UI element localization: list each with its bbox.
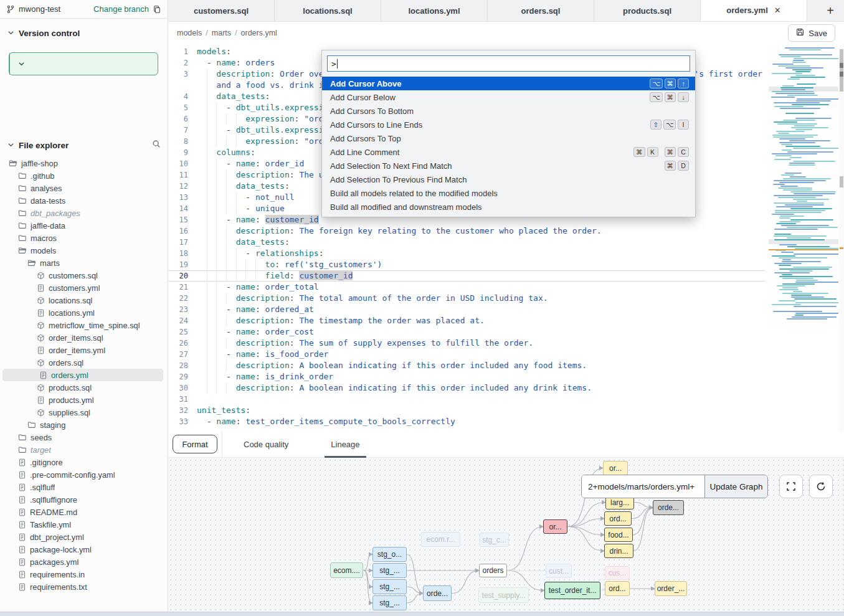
code-line-25[interactable]: 25 - name: order_cost [168,326,765,338]
change-branch-link[interactable]: Change branch [93,4,149,14]
code-line-28[interactable]: 28 description: A boolean indicating if … [168,360,765,371]
tree-item-locations.yml[interactable]: locations.yml [0,306,168,319]
palette-item[interactable]: Add Cursors To Top [322,131,695,145]
tab-products.sql[interactable]: products.sql [594,0,701,21]
command-palette-input[interactable]: > [327,55,690,72]
refresh-button[interactable] [809,475,833,498]
tree-item-customers.sql[interactable]: customers.sql [0,269,168,282]
lineage-graph[interactable]: or...larg...orde...ord...food...drin...o… [168,458,844,612]
file-explorer-header[interactable]: File explorer [0,136,168,154]
palette-item[interactable]: Add Selection To Next Find Match⌘D [322,159,695,173]
breadcrumb-item[interactable]: marts [212,29,231,37]
lineage-node-ecom[interactable]: ecom.... [330,562,363,578]
tree-item-products.sql[interactable]: products.sql [0,381,168,394]
bottom-tab-code-quality[interactable]: Code quality [237,431,295,458]
tree-item-supplies.sql[interactable]: supplies.sql [0,406,168,419]
tree-item-models[interactable]: models [0,244,168,257]
code-line-18[interactable]: 18 - relationships: [168,248,765,259]
tree-item-seeds[interactable]: seeds [0,431,168,443]
lineage-node-stg4[interactable]: stg_... [372,595,407,610]
tree-item-orders.yml[interactable]: orders.yml [2,369,163,381]
tree-item-.pre-commit-config.yaml[interactable]: .pre-commit-config.yaml [0,468,168,481]
code-line-33[interactable]: 33 - name: test_order_items_compute_to_b… [168,416,765,427]
palette-item[interactable]: Add Cursors to Line Ends⇧⌥I [322,118,695,131]
tree-item-packages.yml[interactable]: packages.yml [0,556,168,568]
palette-item[interactable]: Add Selection To Previous Find Match [322,173,695,186]
tree-item-package-lock.yml[interactable]: package-lock.yml [0,543,168,556]
lineage-node-ord1[interactable]: ord... [604,511,632,526]
tree-item-README.md[interactable]: README.md [0,506,168,518]
tree-item-locations.sql[interactable]: locations.sql [0,294,168,306]
tree-item-order_items.sql[interactable]: order_items.sql [0,331,168,344]
code-line-22[interactable]: 22 description: The total amount of the … [168,293,765,304]
lineage-node-order_[interactable]: order_... [655,581,687,596]
lineage-node-stg3[interactable]: stg_... [372,579,407,594]
code-line-30[interactable]: 30 description: A boolean indicating if … [168,382,765,394]
code-line-31[interactable]: 31 [168,394,765,405]
tree-item-metricflow_time_spine.sql[interactable]: metricflow_time_spine.sql [0,319,168,331]
lineage-node-food[interactable]: food... [604,528,633,542]
lineage-node-ordegrey[interactable]: orde... [653,500,684,515]
tree-item-data-tests[interactable]: data-tests [0,194,168,207]
code-line-19[interactable]: 19 to: ref('stg_customers') [168,259,765,270]
lineage-node-stg_o[interactable]: stg_o... [372,547,407,562]
code-line-20[interactable]: 20 field: customer_id [168,270,765,282]
tree-item-target[interactable]: target [0,443,168,456]
search-icon[interactable] [152,140,161,151]
palette-item[interactable]: Add Cursor Above⌥⌘↑ [322,77,695,90]
close-tab-icon[interactable]: ✕ [774,6,781,15]
breadcrumb-item[interactable]: orders.yml [241,29,277,37]
tab-customers.sql[interactable]: customers.sql [168,0,275,21]
lineage-node-stg2[interactable]: stg_... [372,563,407,578]
minimap[interactable] [769,46,838,328]
lineage-selector-input[interactable] [582,475,704,498]
palette-item[interactable]: Add Line Comment⌘K⌘C [322,145,695,159]
code-line-32[interactable]: 32unit_tests: [168,405,765,416]
code-line-27[interactable]: 27 - name: is_food_order [168,349,765,360]
code-line-17[interactable]: 17 data_tests: [168,237,765,248]
lineage-node-drin[interactable]: drin... [604,544,633,558]
bottom-tab-lineage[interactable]: Lineage [325,431,366,458]
code-line-21[interactable]: 21 - name: order_total [168,282,765,293]
tree-item-analyses[interactable]: analyses [0,182,168,194]
tree-item-orders.sql[interactable]: orders.sql [0,356,168,369]
lineage-node-ecomr_f[interactable]: ecom.r... [421,532,460,547]
lineage-node-testorder[interactable]: test_order_it... [544,582,600,599]
tree-item-requirements.txt[interactable]: requirements.txt [0,580,168,593]
lineage-node-cust_f[interactable]: cust... [546,564,572,578]
create-pr-dropdown[interactable] [9,53,33,75]
lineage-node-ord2[interactable]: ord... [605,581,630,596]
tree-item-.gitignore[interactable]: .gitignore [0,456,168,468]
tree-item-customers.yml[interactable]: customers.yml [0,282,168,294]
tree-item-products.yml[interactable]: products.yml [0,394,168,406]
code-line-16[interactable]: 16 description: The foreign key relating… [168,225,765,237]
update-graph-button[interactable]: Update Graph [704,475,767,498]
tree-item-jaffle-data[interactable]: jaffle-data [0,219,168,232]
tree-item-Taskfile.yml[interactable]: Taskfile.yml [0,518,168,531]
copy-branch-icon[interactable] [153,5,161,14]
code-line-29[interactable]: 29 - name: is_drink_order [168,371,765,382]
tab-orders.sql[interactable]: orders.sql [488,0,594,21]
tab-orders.yml[interactable]: orders.yml✕ [701,0,807,21]
format-button[interactable]: Format [173,435,217,453]
tree-item-requirements.in[interactable]: requirements.in [0,568,168,580]
tree-item-jaffle-shop[interactable]: jaffle-shop [0,157,168,169]
code-line-24[interactable]: 24 description: The timestamp the order … [168,315,765,326]
palette-item[interactable]: Add Cursors To Bottom [322,104,695,118]
create-pr-button[interactable]: Create a pull request on Git... [9,52,158,75]
fullscreen-button[interactable] [779,475,803,498]
lineage-node-ordeblue[interactable]: orde... [423,585,452,601]
lineage-node-orders[interactable]: orders [479,564,507,577]
tree-item-order_items.yml[interactable]: order_items.yml [0,344,168,356]
lineage-node-cus_f[interactable]: cus... [605,566,630,580]
tree-item-macros[interactable]: macros [0,232,168,244]
palette-item[interactable]: Build all modified and downstream models [322,200,695,214]
tree-item-dbt_project.yml[interactable]: dbt_project.yml [0,531,168,543]
version-control-header[interactable]: Version control [0,19,168,44]
tree-item-.sqlfluffignore[interactable]: .sqlfluffignore [0,493,168,506]
code-line-23[interactable]: 23 - name: ordered_at [168,304,765,315]
palette-item[interactable]: Build all models related to the modified… [322,186,695,200]
editor-scrollbar[interactable] [839,44,844,431]
tree-item-marts[interactable]: marts [0,257,168,269]
save-button[interactable]: Save [788,24,835,42]
